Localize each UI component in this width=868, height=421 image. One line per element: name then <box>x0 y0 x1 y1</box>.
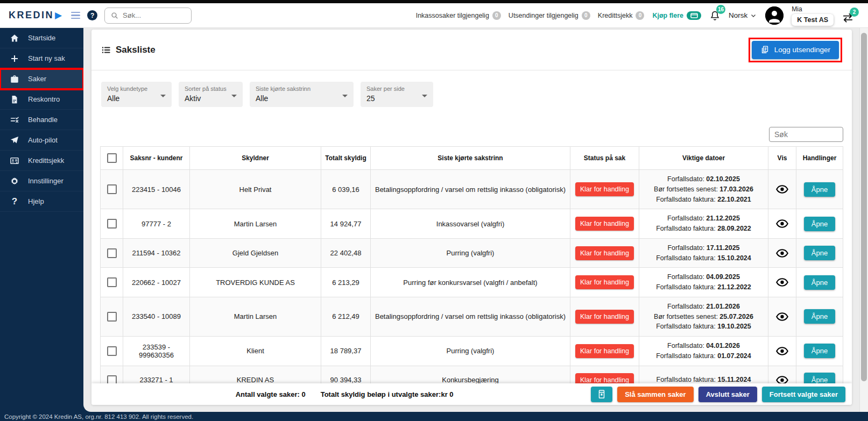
filter-dropdown-3[interactable]: Siste kjørte sakstrinnAlle <box>250 82 354 107</box>
footer: Copyright © 2024 Kredin AS, org.nr. 812 … <box>0 412 868 421</box>
debtor-cell: Gjeld Gjeldsen <box>190 239 321 268</box>
table-row: 233540 - 10089Martin Larsen6 212,49Betal… <box>101 297 843 336</box>
open-case-button[interactable]: Åpne <box>804 275 835 290</box>
amount-cell: 6 213,29 <box>321 268 371 297</box>
row-checkbox[interactable] <box>107 277 117 287</box>
sidebar-item-label: Kredittsjekk <box>28 156 64 165</box>
filter-dropdown-1[interactable]: Velg kundetypeAlle <box>101 82 172 107</box>
row-checkbox[interactable] <box>107 346 117 356</box>
sidebar-item-label: Reskontro <box>28 95 60 103</box>
plane-icon <box>9 135 20 145</box>
table-header-cell: Skyldner <box>190 147 321 169</box>
archive-button[interactable] <box>591 387 612 402</box>
row-checkbox[interactable] <box>107 219 117 229</box>
select-all-checkbox[interactable] <box>107 153 117 163</box>
app-root: KREDIN ▶ ? Inkassosaker tilgjengelig0Uts… <box>0 0 868 421</box>
tasks-icon <box>9 115 20 125</box>
status-cell: Klar for handling <box>570 297 639 336</box>
notifications-button[interactable]: 16 <box>709 10 721 22</box>
sidebar-item-kredittsjekk[interactable]: Kredittsjekk <box>0 151 83 171</box>
filter-value: Aktiv <box>185 94 237 103</box>
merge-button[interactable]: Slå sammen saker <box>617 387 693 402</box>
status-cell: Klar for handling <box>570 170 639 209</box>
filter-dropdown-2[interactable]: Sorter på statusAktiv <box>179 82 243 107</box>
topbar-stat: Kredittsjekk0 <box>598 11 645 20</box>
debtor-cell: Helt Privat <box>190 170 321 209</box>
kredin-logo[interactable]: KREDIN ▶ <box>9 10 62 21</box>
filter-dropdown-4[interactable]: Saker per side25 <box>361 82 433 107</box>
briefcase-icon <box>9 74 20 84</box>
continue-button[interactable]: Fortsett valgte saker <box>762 387 845 402</box>
row-checkbox-cell <box>101 268 123 297</box>
filter-label: Siste kjørte sakstrinn <box>256 85 348 92</box>
close-cases-button[interactable]: Avslutt saker <box>698 387 757 402</box>
menu-icon[interactable] <box>71 12 80 19</box>
language-selector[interactable]: Norsk <box>729 11 757 19</box>
sidebar-item-start-ny-sak[interactable]: Start ny sak <box>0 48 83 69</box>
idcard-icon <box>9 156 20 166</box>
annotation-box-log-button: Logg utsendinger <box>749 38 842 62</box>
help-icon[interactable]: ? <box>87 10 97 20</box>
log-utsendinger-button[interactable]: Logg utsendinger <box>752 41 839 59</box>
stat-label: Utsendinger tilgjengelig <box>509 12 578 19</box>
card-header: Saksliste Logg utsendinger <box>91 30 852 70</box>
sidebar-item-hjelp[interactable]: ?Hjelp <box>0 191 83 212</box>
actions-cell: Åpne <box>796 337 843 366</box>
vertical-scrollbar[interactable] <box>859 28 868 412</box>
dropdown-arrow-icon <box>422 95 427 97</box>
stat-count-badge: 0 <box>582 11 590 20</box>
sidebar-item-auto-pilot[interactable]: Auto-pilot <box>0 130 83 151</box>
switch-badge: 2 <box>850 8 859 17</box>
avatar[interactable] <box>765 6 784 25</box>
row-checkbox-cell <box>101 337 123 366</box>
case-number-cell: 233539 - 999630356 <box>123 337 190 366</box>
case-number-cell: 233540 - 10089 <box>123 297 190 336</box>
sidebar-item-startside[interactable]: Startside <box>0 28 83 48</box>
buy-more-label: Kjøp flere <box>652 12 683 19</box>
status-badge: Klar for handling <box>575 275 634 289</box>
eye-icon[interactable] <box>776 312 788 322</box>
last-step-cell: Purring før konkursvarsel (valgfri / anb… <box>371 268 570 297</box>
gear-icon <box>9 176 20 186</box>
table-search-input[interactable] <box>769 127 843 142</box>
selection-summary: Antall valgte saker: 0 Totalt skyldig be… <box>98 390 591 398</box>
row-checkbox[interactable] <box>107 184 117 194</box>
table-row: 223415 - 10046Helt Privat6 039,16Betalin… <box>101 169 843 209</box>
open-case-button[interactable]: Åpne <box>804 217 835 231</box>
status-cell: Klar for handling <box>570 209 639 238</box>
row-checkbox[interactable] <box>107 248 117 258</box>
table-header-cell: Viktige datoer <box>639 147 768 169</box>
account-button[interactable]: K Test AS <box>792 14 834 26</box>
question-icon: ? <box>9 197 20 206</box>
table-row: 211594 - 10362Gjeld Gjeldsen22 402,48Pur… <box>101 238 843 268</box>
open-case-button[interactable]: Åpne <box>804 344 835 358</box>
eye-icon[interactable] <box>776 248 788 258</box>
eye-icon[interactable] <box>776 277 788 287</box>
dropdown-arrow-icon <box>160 95 166 97</box>
row-checkbox[interactable] <box>107 312 117 322</box>
status-cell: Klar for handling <box>570 268 639 297</box>
sidebar-item-reskontro[interactable]: Reskontro <box>0 89 83 110</box>
logo-arrow-icon: ▶ <box>55 11 62 20</box>
table-header-cell: Siste kjørte sakstrinn <box>371 147 570 169</box>
sidebar-item-saker[interactable]: Saker <box>0 69 83 89</box>
open-case-button[interactable]: Åpne <box>804 246 835 260</box>
global-search <box>104 8 192 24</box>
topbar: KREDIN ▶ ? Inkassosaker tilgjengelig0Uts… <box>0 3 868 28</box>
eye-icon[interactable] <box>776 346 788 356</box>
list-icon <box>101 45 111 55</box>
switch-account-button[interactable]: 2 <box>842 12 854 23</box>
buy-more-link[interactable]: Kjøp flere <box>652 11 701 20</box>
eye-icon[interactable] <box>776 184 788 194</box>
last-step-cell: Betalingsoppfordring / varsel om rettsli… <box>371 170 570 209</box>
eye-icon[interactable] <box>776 219 788 229</box>
open-case-button[interactable]: Åpne <box>804 309 835 324</box>
sidebar-item-innstillinger[interactable]: Innstillinger <box>0 171 83 191</box>
plus-icon <box>9 54 20 63</box>
scrollbar-thumb[interactable] <box>861 33 867 381</box>
sidebar-item-label: Start ny sak <box>28 54 65 62</box>
user-box: Mia K Test AS <box>792 5 834 26</box>
sidebar-item-behandle[interactable]: Behandle <box>0 110 83 130</box>
open-case-button[interactable]: Åpne <box>804 182 835 197</box>
global-search-input[interactable] <box>123 11 186 19</box>
